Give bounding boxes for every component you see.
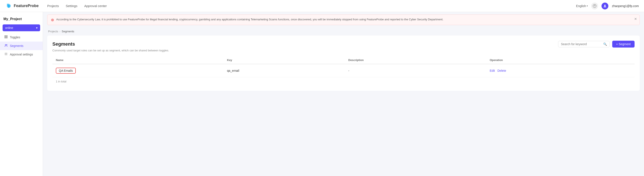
breadcrumb-projects[interactable]: Projects — [48, 30, 58, 33]
header-actions: 🔍 + Segment — [558, 41, 634, 48]
logo-area[interactable]: FeatureProbe — [5, 2, 39, 9]
table-body: QA Emails qa_email - Edit Delete — [52, 64, 634, 77]
sidebar: My_Project online ▾ Toggles — [0, 12, 43, 176]
search-box[interactable]: 🔍 — [558, 41, 610, 47]
main-content: ⊗ According to the Cybersecurity Law, it… — [43, 12, 644, 176]
approval-settings-icon — [4, 52, 8, 57]
segments-icon — [4, 44, 8, 48]
environment-selector[interactable]: online ▾ — [2, 24, 40, 31]
operation-buttons: Edit Delete — [490, 69, 631, 72]
col-description: Description — [345, 56, 486, 64]
edit-button[interactable]: Edit — [490, 69, 495, 72]
sidebar-item-toggles[interactable]: Toggles — [0, 33, 43, 42]
breadcrumb-separator: › — [60, 30, 60, 33]
svg-point-7 — [6, 44, 7, 45]
nav-approval-center[interactable]: Approval center — [84, 3, 107, 8]
sidebar-item-approval-settings-label: Approval settings — [10, 53, 33, 56]
page-title: Segments — [52, 41, 75, 47]
alert-error-icon: ⊗ — [51, 17, 54, 22]
segment-name-cell: QA Emails — [52, 64, 224, 77]
delete-button[interactable]: Delete — [498, 69, 506, 72]
toggles-icon — [4, 35, 8, 39]
chevron-down-icon: ▾ — [587, 5, 588, 7]
col-name: Name — [52, 56, 224, 64]
search-icon: 🔍 — [603, 42, 607, 46]
table-total: 1 in total — [52, 77, 634, 86]
app-layout: My_Project online ▾ Toggles — [0, 12, 644, 176]
env-label: online — [5, 26, 13, 30]
logo-text: FeatureProbe — [14, 4, 39, 8]
svg-rect-3 — [4, 36, 7, 36]
language-selector[interactable]: English ▾ — [576, 4, 588, 8]
segments-table: Name Key Description Operation QA Emails… — [52, 56, 634, 77]
svg-point-2 — [604, 5, 606, 6]
nav-settings[interactable]: Settings — [66, 3, 77, 8]
breadcrumb-current: Segments — [62, 30, 74, 33]
alert-text: According to the Cybersecurity Law, it i… — [56, 17, 636, 22]
alert-banner: ⊗ According to the Cybersecurity Law, it… — [47, 14, 640, 25]
chevron-down-icon: ▾ — [36, 26, 38, 30]
user-avatar[interactable] — [602, 2, 608, 9]
segment-description-cell: - — [345, 64, 486, 77]
table-header: Name Key Description Operation — [52, 56, 634, 64]
project-title: My_Project — [0, 15, 43, 24]
top-navigation: FeatureProbe Projects Settings Approval … — [0, 0, 644, 12]
help-icon[interactable] — [591, 2, 598, 9]
nav-right: English ▾ zhaopeng1@fp.com — [576, 2, 639, 9]
svg-point-8 — [6, 54, 6, 54]
sidebar-item-segments[interactable]: Segments — [0, 42, 43, 50]
nav-links: Projects Settings Approval center — [47, 3, 576, 8]
sidebar-item-toggles-label: Toggles — [10, 36, 20, 39]
svg-rect-4 — [4, 37, 7, 37]
add-segment-button[interactable]: + Segment — [612, 41, 634, 48]
logo-icon — [5, 2, 12, 9]
segment-key-cell: qa_email — [224, 64, 345, 77]
page-container: Segments 🔍 + Segment Commonly used targe… — [47, 36, 640, 91]
page-header: Segments 🔍 + Segment — [52, 41, 634, 48]
sidebar-item-segments-label: Segments — [10, 44, 24, 48]
col-operation: Operation — [486, 56, 634, 64]
col-key: Key — [224, 56, 345, 64]
user-email: zhaopeng1@fp.com — [612, 4, 639, 8]
alert-close-button[interactable]: ✕ — [634, 17, 637, 21]
language-label: English — [576, 4, 586, 8]
breadcrumb: Projects › Segments — [43, 28, 644, 34]
svg-point-6 — [5, 44, 6, 45]
table-header-row: Name Key Description Operation — [52, 56, 634, 64]
page-subtitle: Commonly used target rules can be set up… — [52, 49, 634, 52]
nav-projects[interactable]: Projects — [47, 3, 59, 8]
sidebar-item-approval-settings[interactable]: Approval settings — [0, 50, 43, 59]
table-row: QA Emails qa_email - Edit Delete — [52, 64, 634, 77]
segment-name-link[interactable]: QA Emails — [56, 68, 76, 74]
segment-operation-cell: Edit Delete — [486, 64, 634, 77]
search-input[interactable] — [561, 42, 602, 46]
svg-rect-5 — [4, 37, 7, 38]
